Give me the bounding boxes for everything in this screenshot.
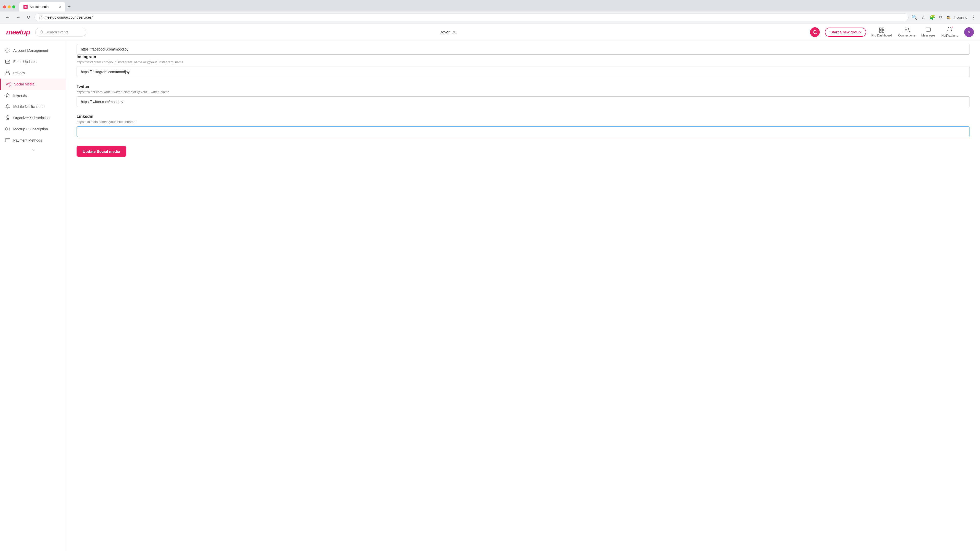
window-controls [3, 5, 15, 8]
sidebar-item-social-media[interactable]: Social Media [0, 79, 66, 90]
start-group-button[interactable]: Start a new group [825, 27, 866, 37]
location-text[interactable]: Dover, DE [439, 30, 457, 34]
lock-sidebar-icon [5, 70, 10, 76]
email-icon [5, 59, 10, 64]
messages-label: Messages [921, 34, 935, 37]
svg-rect-20 [5, 138, 10, 142]
sidebar-item-label: Organizer Subscription [13, 116, 49, 120]
search-icon [40, 30, 44, 34]
incognito-badge: 🕵 Incognito [945, 14, 968, 21]
header-nav: Pro Dashboard Connections Messages Notif… [871, 27, 974, 38]
instagram-input[interactable] [76, 67, 970, 77]
svg-point-10 [9, 82, 11, 83]
twitter-section: Twitter https://twitter.com/Your_Twitter… [76, 84, 970, 107]
mobile-bell-icon [5, 104, 10, 109]
linkedin-section: Linkedin https://linkedin.com/in/yourlin… [76, 114, 970, 137]
sidebar-item-label: Email Updates [13, 60, 37, 64]
share-icon [6, 82, 11, 87]
meetup-logo[interactable]: meetup [6, 28, 30, 36]
active-tab[interactable]: m Social media × [19, 2, 65, 11]
sidebar-item-email-updates[interactable]: Email Updates [0, 56, 66, 67]
tab-favicon: m [24, 5, 27, 9]
search-bar[interactable]: Search events [35, 28, 86, 37]
notification-dot [951, 26, 953, 28]
refresh-button[interactable]: ↻ [24, 14, 32, 21]
linkedin-hint: https://linkedin.com/in/yourlinkedinname [76, 120, 970, 124]
svg-line-14 [8, 83, 9, 84]
svg-point-11 [6, 84, 8, 85]
search-placeholder: Search events [46, 30, 68, 34]
tab-close-button[interactable]: × [59, 5, 61, 9]
sidebar-item-label: Privacy [13, 71, 25, 75]
connections-nav[interactable]: Connections [898, 27, 915, 37]
split-view-icon[interactable]: ⧉ [938, 14, 943, 21]
search-button-icon [813, 30, 817, 35]
new-tab-button[interactable]: + [66, 2, 73, 11]
maximize-window-button[interactable] [12, 5, 15, 8]
search-button[interactable] [810, 27, 820, 37]
notifications-nav[interactable]: Notifications [942, 27, 958, 38]
messages-nav[interactable]: Messages [921, 27, 935, 37]
back-button[interactable]: ← [3, 14, 12, 21]
svg-line-13 [8, 84, 9, 85]
sidebar-item-payment-methods[interactable]: Payment Methods [0, 135, 66, 146]
sidebar-item-label: Account Management [13, 48, 48, 52]
plus-badge-icon [5, 127, 10, 132]
address-bar[interactable]: meetup.com/account/services/ [35, 14, 908, 21]
update-social-media-button[interactable]: Update Social media [76, 146, 126, 157]
twitter-input[interactable] [76, 97, 970, 107]
lock-icon [39, 16, 42, 19]
sidebar-item-label: Payment Methods [13, 138, 42, 142]
chevron-down-icon [31, 148, 35, 152]
sidebar-item-label: Social Media [14, 82, 35, 86]
instagram-hint: https://instagram.com/your_instagram_nam… [76, 60, 970, 64]
scroll-indicator [0, 146, 66, 154]
toolbar-actions: 🔍 ☆ 🧩 ⧉ 🕵 Incognito ⋮ [911, 14, 977, 21]
facebook-input[interactable] [76, 44, 970, 55]
tab-title: Social media [30, 5, 48, 9]
user-avatar[interactable]: M [964, 27, 974, 37]
forward-button[interactable]: → [14, 14, 22, 21]
bookmark-icon[interactable]: ☆ [920, 14, 926, 21]
svg-marker-15 [6, 94, 10, 97]
svg-point-12 [9, 85, 11, 86]
pro-dashboard-label: Pro Dashboard [871, 34, 892, 37]
content-area: Instagram https://instagram.com/your_ins… [66, 41, 980, 551]
star-icon [5, 93, 10, 98]
search-toolbar-icon[interactable]: 🔍 [911, 14, 918, 21]
sidebar-item-meetup-subscription[interactable]: Meetup+ Subscription [0, 124, 66, 135]
sidebar: Account Management Email Updates Privacy… [0, 41, 66, 551]
sidebar-item-account-management[interactable]: Account Management [0, 45, 66, 56]
badge-icon [5, 115, 10, 121]
sidebar-item-label: Meetup+ Subscription [13, 127, 48, 131]
svg-point-7 [905, 28, 907, 30]
credit-card-icon [5, 138, 10, 143]
browser-toolbar: ← → ↻ meetup.com/account/services/ 🔍 ☆ 🧩… [0, 11, 980, 23]
minimize-window-button[interactable] [8, 5, 11, 8]
sidebar-item-mobile-notifications[interactable]: Mobile Notifications [0, 101, 66, 112]
close-window-button[interactable] [3, 5, 6, 8]
svg-rect-3 [880, 28, 881, 30]
svg-rect-0 [39, 17, 42, 19]
settings-icon [5, 48, 10, 53]
tab-bar: m Social media × + [19, 2, 73, 11]
sidebar-item-organizer-subscription[interactable]: Organizer Subscription [0, 112, 66, 124]
browser-titlebar: m Social media × + [0, 0, 980, 11]
main-layout: Account Management Email Updates Privacy… [0, 41, 980, 551]
svg-rect-5 [880, 30, 881, 32]
extensions-icon[interactable]: 🧩 [928, 14, 936, 21]
connections-label: Connections [898, 34, 915, 37]
sidebar-item-label: Mobile Notifications [13, 105, 44, 109]
svg-point-2 [813, 30, 816, 33]
facebook-field-partial [76, 41, 970, 55]
browser-chrome: m Social media × + ← → ↻ meetup.com/acco… [0, 0, 980, 24]
linkedin-input[interactable] [76, 126, 970, 137]
sidebar-item-interests[interactable]: Interests [0, 90, 66, 101]
twitter-hint: https://twitter.com/Your_Twitter_Name or… [76, 90, 970, 94]
menu-icon[interactable]: ⋮ [970, 14, 977, 21]
connections-icon [904, 27, 910, 33]
pro-dashboard-nav[interactable]: Pro Dashboard [871, 27, 892, 37]
incognito-label: Incognito [953, 14, 968, 21]
sidebar-item-privacy[interactable]: Privacy [0, 67, 66, 79]
pro-dashboard-icon [879, 27, 885, 33]
